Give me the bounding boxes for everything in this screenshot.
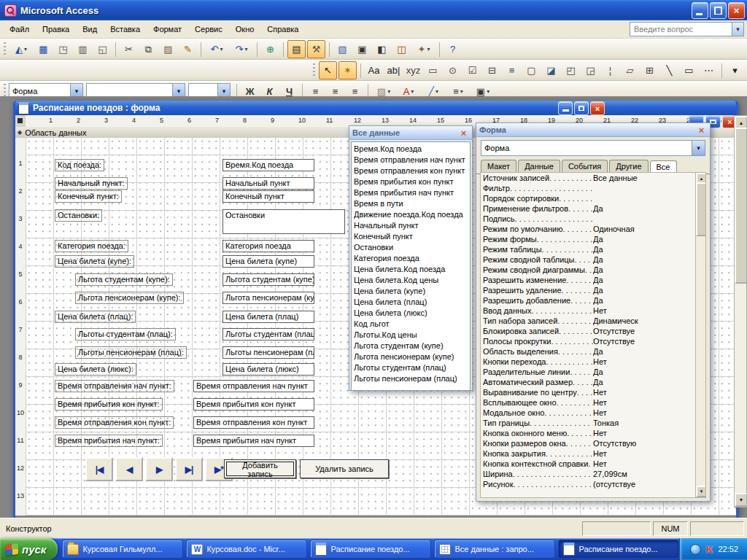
properties-titlebar[interactable]: Форма × — [476, 123, 710, 137]
new-object-button[interactable]: ✦ — [412, 40, 436, 58]
delete-record-button[interactable]: Удалить запись — [300, 459, 389, 478]
paste-button[interactable]: ▨ — [159, 40, 177, 58]
property-row[interactable]: Рисунок (отсутствуе — [481, 479, 695, 489]
copy-button[interactable]: ⧉ — [139, 40, 158, 58]
form-window-titlebar[interactable]: Расписание поездов : форма × — [15, 101, 736, 115]
ask-question-box[interactable]: Введите вопрос ▾ — [630, 22, 744, 36]
field-textbox[interactable]: Категория поезда — [222, 240, 314, 252]
property-row[interactable]: Всплывающее окно Нет — [481, 397, 695, 408]
field-label[interactable]: Категория поезда: — [55, 240, 128, 252]
taskbar-item[interactable]: Расписание поездо... — [310, 540, 431, 559]
property-row[interactable]: Разделительные линии Да — [481, 367, 695, 377]
property-row[interactable]: Ввод данных Нет — [481, 306, 695, 316]
toolbar-grip[interactable] — [4, 42, 6, 57]
property-row[interactable]: Модальное окно Нет — [481, 408, 695, 418]
add-record-button[interactable]: Добавить запись — [224, 459, 296, 478]
form-selector-box[interactable] — [15, 115, 26, 128]
property-row[interactable]: Тип набора записей Динамическ — [481, 316, 695, 326]
field-label[interactable]: Код поезда: — [55, 159, 104, 171]
property-row[interactable]: Подпись — [481, 214, 695, 224]
property-row[interactable]: Фильтр — [481, 183, 695, 193]
property-row[interactable]: Режим сводной таблицы Да — [481, 254, 695, 265]
property-row[interactable]: Область выделения Да — [481, 346, 695, 357]
print-preview-button[interactable]: ◱ — [93, 40, 112, 58]
chevron-down-icon[interactable]: ▾ — [692, 141, 705, 155]
field-label[interactable]: Начальный пункт: — [55, 177, 128, 190]
unbound-object-frame-button[interactable]: ◰ — [562, 61, 580, 79]
property-row[interactable]: Режим таблицы Да — [481, 244, 695, 254]
field-list-item[interactable]: Время в пути — [354, 198, 468, 209]
field-list-item[interactable]: Остановки — [354, 242, 468, 253]
redo-button[interactable]: ↷ — [230, 40, 253, 58]
field-list-titlebar[interactable]: Все данные × — [349, 126, 472, 140]
property-row[interactable]: Порядок сортировки — [481, 193, 695, 203]
scrollbar-thumb[interactable] — [735, 128, 747, 284]
antivirus-tray-icon[interactable]: K — [706, 544, 713, 555]
field-textbox[interactable]: Конечный пункт — [222, 190, 314, 203]
menu-item[interactable]: Вставка — [104, 22, 147, 36]
field-list-item[interactable]: Категория поезда — [354, 253, 468, 264]
vertical-scrollbar[interactable]: ▲ ▼ — [734, 115, 747, 508]
field-list-item[interactable]: Цена билета.Код цены — [354, 275, 468, 286]
list-box-button[interactable]: ≡ — [503, 61, 521, 79]
field-list-item[interactable]: Льготы студентам (плац) — [354, 362, 468, 373]
property-row[interactable]: Источник записей Все данные — [481, 173, 695, 183]
command-button-button[interactable]: ▢ — [522, 61, 541, 79]
tab-control-button[interactable]: ▱ — [621, 61, 639, 79]
previous-record-button[interactable]: ◀ — [115, 457, 143, 481]
field-label[interactable]: Льготы студентам (плац): — [75, 328, 176, 341]
field-list-item[interactable]: Льготы пенсионерам (плац) — [354, 373, 468, 384]
text-box-button[interactable]: ab| — [384, 61, 403, 79]
first-record-button[interactable]: |◀ — [85, 457, 113, 481]
field-textbox[interactable]: Льготы пенсионерам (плац) — [222, 346, 314, 359]
menu-item[interactable]: Формат — [147, 22, 188, 36]
rectangle-button[interactable]: ▭ — [680, 61, 698, 79]
property-row[interactable]: Применение фильтров Да — [481, 203, 695, 214]
more-controls-button[interactable]: ⋯ — [700, 61, 718, 79]
autoformat-button[interactable]: ▧ — [333, 40, 352, 58]
field-textbox[interactable]: Остановки — [222, 209, 345, 234]
properties-button[interactable]: ◧ — [373, 40, 391, 58]
property-row[interactable]: Режим формы Да — [481, 234, 695, 244]
field-list-button[interactable]: ▤ — [287, 40, 306, 58]
form-minimize-button[interactable] — [558, 101, 573, 115]
field-list-item[interactable]: Льгота студентам (купе) — [354, 341, 468, 351]
field-label[interactable]: Остановки: — [55, 209, 102, 222]
field-list-item[interactable]: Начальный пункт — [354, 220, 468, 231]
field-list-item[interactable]: Код льгот — [354, 319, 468, 330]
toolbar-grip[interactable] — [313, 63, 315, 78]
line-button[interactable]: ╲ — [660, 61, 678, 79]
bound-object-frame-button[interactable]: ◲ — [581, 61, 600, 79]
property-row[interactable]: Выравнивание по центру Нет — [481, 387, 695, 397]
field-list-item[interactable]: Цена билета (плац) — [354, 297, 468, 308]
page-break-button[interactable]: ¦ — [601, 61, 619, 79]
toolbox-button[interactable]: ⚒ — [307, 40, 325, 58]
view-button[interactable]: ◭ — [9, 40, 33, 58]
select-object-button[interactable]: ↖ — [319, 61, 337, 79]
field-textbox[interactable]: Время отправления кон пункт — [193, 416, 314, 429]
taskbar-item[interactable]: Курсовая.doc - Micr... — [186, 540, 307, 559]
start-button[interactable]: пуск — [0, 538, 58, 560]
field-label[interactable]: Цена билета (купе): — [55, 255, 134, 268]
field-list-item[interactable]: Время отправления нач пункт — [354, 155, 468, 166]
property-row[interactable]: Автоматический размер Да — [481, 377, 695, 387]
property-row[interactable]: Режим сводной диаграммы Да — [481, 265, 695, 275]
field-list-item[interactable]: Время прибытия нач пункт — [354, 187, 468, 198]
menu-item[interactable]: Файл — [3, 22, 36, 36]
menu-item[interactable]: Правка — [36, 22, 76, 36]
image-button[interactable]: ◪ — [542, 61, 560, 79]
field-textbox[interactable]: Льгота студентам (купе) — [222, 273, 314, 286]
cut-button[interactable]: ✂ — [120, 40, 138, 58]
tray-status-icon[interactable] — [690, 544, 701, 555]
file-search-button[interactable]: ◳ — [54, 40, 72, 58]
field-textbox[interactable]: Время прибытия кон пункт — [193, 398, 314, 411]
format-painter-button[interactable]: ✎ — [179, 40, 197, 58]
field-list-item[interactable]: Конечный пункт — [354, 231, 468, 242]
field-label[interactable]: Время прибытия нач пункт: — [55, 435, 163, 447]
field-label[interactable]: Время отправления нач пункт: — [55, 380, 174, 392]
last-record-button[interactable]: ▶| — [175, 457, 203, 481]
property-row[interactable]: Тип границы Тонкая — [481, 418, 695, 428]
control-wizards-button[interactable]: ✶ — [338, 61, 357, 79]
field-list-item[interactable]: Время отправления кон пункт — [354, 166, 468, 176]
property-row[interactable]: Кнопка оконного меню Нет — [481, 428, 695, 438]
